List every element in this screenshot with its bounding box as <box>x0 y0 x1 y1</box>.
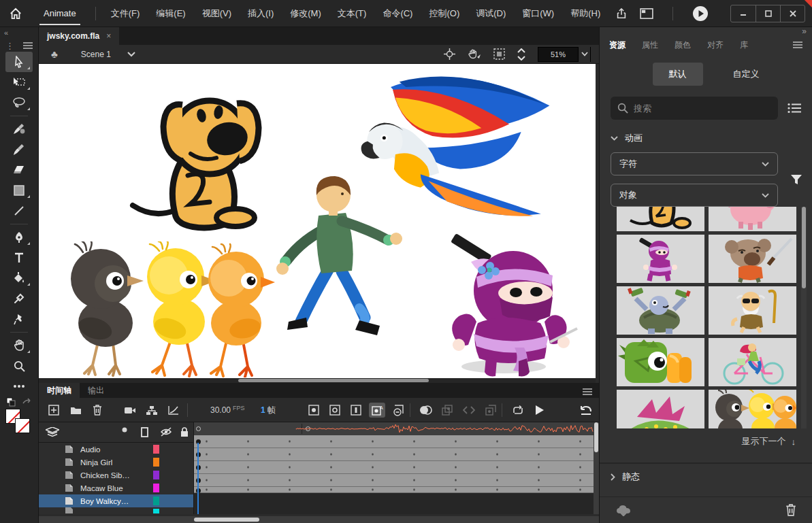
layer-row-audio[interactable]: Audio <box>39 443 193 456</box>
layer-row-boy-walkcycle[interactable]: Boy Walkcy… <box>39 494 193 507</box>
asset-thumbnail-dog[interactable] <box>617 207 704 231</box>
lock-layers-toggle[interactable] <box>180 427 189 437</box>
category-dropdown[interactable]: 字符 <box>611 152 778 175</box>
asset-search-box[interactable] <box>611 97 778 120</box>
loop-playback-button[interactable] <box>510 403 526 418</box>
search-input[interactable] <box>634 103 771 114</box>
section-animated[interactable]: 动画 <box>611 132 801 144</box>
timeline-vertical-scrollbar[interactable] <box>594 422 599 514</box>
scene-name[interactable]: Scene 1 <box>81 50 111 59</box>
delete-layer-button[interactable] <box>89 403 105 418</box>
test-movie-button[interactable] <box>692 5 709 22</box>
asset-grid-scrollbar[interactable] <box>801 207 807 428</box>
asset-thumbnail-ninja-girl[interactable] <box>617 235 704 283</box>
filter-button[interactable] <box>790 174 802 186</box>
tab-align[interactable]: 对齐 <box>707 39 724 51</box>
collapse-panel-button[interactable]: « <box>4 29 8 38</box>
new-folder-button[interactable] <box>67 403 84 418</box>
asset-thumbnail-pig[interactable] <box>709 207 796 231</box>
asset-thumbnail-koala-swordsman[interactable] <box>709 235 796 283</box>
insert-blank-keyframe-button[interactable] <box>327 403 343 418</box>
fluid-brush-tool[interactable] <box>5 119 33 139</box>
close-button[interactable] <box>780 5 805 22</box>
zoom-stepper-icon[interactable] <box>517 48 525 61</box>
insert-keyframe-button[interactable] <box>306 403 322 418</box>
tab-timeline[interactable]: 时间轴 <box>39 383 80 398</box>
asset-thumbnail-bicycle-girl[interactable] <box>709 338 796 386</box>
text-tool[interactable] <box>5 248 33 268</box>
workspace-button[interactable] <box>640 8 653 19</box>
edit-multiple-frames-button[interactable] <box>439 403 455 418</box>
frames-row-ninja-girl[interactable] <box>194 435 594 448</box>
asset-warp-tool[interactable] <box>5 309 33 329</box>
line-tool[interactable] <box>5 201 33 221</box>
menu-insert[interactable]: 插入(I) <box>240 7 282 20</box>
selection-tool[interactable] <box>5 52 33 72</box>
pen-tool[interactable] <box>5 227 33 248</box>
tab-color[interactable]: 颜色 <box>675 39 691 51</box>
zoom-tool[interactable] <box>5 356 33 376</box>
frames-row-partial[interactable] <box>194 487 594 493</box>
mode-default-button[interactable]: 默认 <box>653 63 703 86</box>
document-tab[interactable]: jwsky.com.fla × <box>39 27 119 45</box>
asset-thumbnail-turtle-gunner[interactable] <box>617 286 704 335</box>
expand-panel-button[interactable]: » <box>802 27 807 37</box>
eyedropper-tool[interactable] <box>5 288 33 309</box>
list-view-button[interactable] <box>787 103 801 114</box>
menu-debug[interactable]: 调试(D) <box>468 7 514 20</box>
frames-row-boy-walkcycle[interactable] <box>194 474 594 487</box>
eraser-tool[interactable] <box>5 160 33 180</box>
sync-assets-button[interactable] <box>616 504 631 516</box>
zoom-level-control[interactable]: 51% <box>538 47 591 62</box>
stage-hscroll-thumb[interactable] <box>238 379 429 382</box>
rotate-view-icon[interactable] <box>468 48 481 61</box>
menu-help[interactable]: 帮助(H) <box>562 7 608 20</box>
paint-bucket-tool[interactable] <box>5 268 33 288</box>
menu-view[interactable]: 视图(V) <box>194 7 240 20</box>
clip-content-icon[interactable] <box>493 48 505 60</box>
frames-row-chicken-siblings[interactable] <box>194 448 594 461</box>
stage-horizontal-scrollbar[interactable] <box>39 378 596 383</box>
menu-modify[interactable]: 修改(M) <box>282 7 329 20</box>
lasso-tool[interactable] <box>5 92 33 113</box>
highlight-layers-toggle[interactable] <box>122 427 127 433</box>
auto-keyframe-button[interactable]: A <box>369 403 385 418</box>
show-next-button[interactable]: 显示下一个 ↓ <box>742 435 796 448</box>
assets-panel-menu-button[interactable] <box>793 41 802 48</box>
zoom-level-value[interactable]: 51% <box>538 50 578 58</box>
insert-frame-button[interactable] <box>348 403 364 418</box>
hand-tool[interactable] <box>5 335 33 356</box>
timeline-horizontal-scrollbar[interactable] <box>39 516 599 523</box>
swap-colors-icon[interactable] <box>5 397 33 407</box>
frames-row-audio[interactable] <box>194 422 594 435</box>
asset-thumbnail-old-man[interactable] <box>709 286 796 335</box>
asset-thumbnail-dragon[interactable] <box>617 390 704 428</box>
center-stage-icon[interactable] <box>444 48 455 60</box>
asset-grid-scroll-thumb[interactable] <box>802 207 806 288</box>
tab-properties[interactable]: 属性 <box>642 39 658 51</box>
menu-edit[interactable]: 编辑(E) <box>148 7 193 20</box>
loop-frames-button[interactable] <box>483 403 499 418</box>
onion-skin-button[interactable] <box>417 403 434 418</box>
scene-chevron-icon[interactable] <box>127 52 135 57</box>
layer-row-partial[interactable] <box>39 507 193 513</box>
stage-character-dog[interactable] <box>123 95 272 238</box>
tab-assets[interactable]: 资源 <box>609 39 626 51</box>
play-button[interactable] <box>532 403 548 418</box>
tools-menu-icon[interactable] <box>23 42 33 49</box>
tab-library[interactable]: 库 <box>740 39 748 51</box>
layer-parenting-button[interactable] <box>144 403 160 418</box>
layer-row-chicken-siblings[interactable]: Chicken Sib… <box>39 469 193 482</box>
subselection-tool[interactable] <box>5 72 33 92</box>
menu-file[interactable]: 文件(F) <box>103 7 148 20</box>
timeline-frames[interactable]: 1s 5 10 15 20 25 30 35 40 45 <box>194 422 594 514</box>
layer-row-ninja-girl[interactable]: Ninja Girl <box>39 456 193 469</box>
tab-output[interactable]: 输出 <box>80 383 112 398</box>
layer-row-macaw-blue[interactable]: Macaw Blue <box>39 482 193 494</box>
classic-brush-tool[interactable] <box>5 139 33 160</box>
menu-text[interactable]: 文本(T) <box>329 7 375 20</box>
document-tab-close[interactable]: × <box>106 31 111 41</box>
zoom-dropdown-button[interactable] <box>578 47 590 62</box>
show-graph-button[interactable] <box>165 403 182 418</box>
fps-display[interactable]: 30.00FPS <box>210 405 245 415</box>
